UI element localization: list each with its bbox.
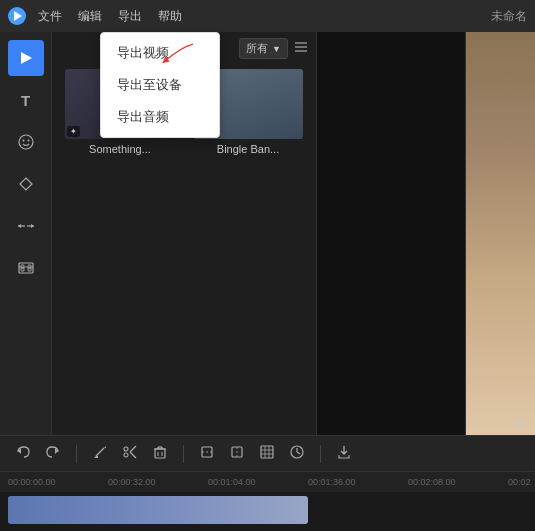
svg-line-22 bbox=[96, 448, 104, 456]
app-icon bbox=[8, 7, 26, 25]
title-bar: 文件 编辑 导出 帮助 未命名 bbox=[0, 0, 535, 32]
timeline-ruler: 00:00:00.00 00:00:32.00 00:01:04.00 00:0… bbox=[0, 472, 535, 492]
menu-help[interactable]: 帮助 bbox=[158, 8, 182, 25]
svg-marker-23 bbox=[94, 456, 98, 458]
timeline-mark-4: 00:02:08.00 bbox=[408, 477, 456, 487]
preview-area: 宽... bbox=[317, 32, 535, 435]
sidebar-icon-arrows[interactable] bbox=[8, 208, 44, 244]
svg-marker-0 bbox=[14, 11, 22, 21]
svg-rect-40 bbox=[261, 446, 273, 458]
timeline-area: 00:00:00.00 00:00:32.00 00:01:04.00 00:0… bbox=[0, 471, 535, 531]
svg-line-47 bbox=[297, 452, 300, 454]
title-bar-left: 文件 编辑 导出 帮助 bbox=[8, 7, 182, 25]
delete-button[interactable] bbox=[149, 443, 171, 464]
menu-items: 文件 编辑 导出 帮助 bbox=[38, 8, 182, 25]
app-body: T bbox=[0, 32, 535, 531]
timeline-mark-0: 00:00:00.00 bbox=[8, 477, 56, 487]
sidebar-icon-diamond[interactable] bbox=[8, 166, 44, 202]
svg-point-27 bbox=[124, 447, 128, 451]
media-label-2: Bingle Ban... bbox=[217, 143, 279, 155]
preview-label: 宽... bbox=[513, 417, 531, 431]
svg-rect-14 bbox=[28, 268, 31, 271]
undo-button[interactable] bbox=[12, 443, 34, 464]
svg-point-3 bbox=[22, 140, 24, 142]
svg-marker-24 bbox=[104, 446, 106, 448]
timeline-mark-1: 00:00:32.00 bbox=[108, 477, 156, 487]
extend-button[interactable] bbox=[226, 443, 248, 464]
svg-point-4 bbox=[27, 140, 29, 142]
cut-button[interactable] bbox=[119, 443, 141, 464]
middle-section: T bbox=[0, 32, 535, 435]
svg-point-28 bbox=[124, 453, 128, 457]
media-label-1: Something... bbox=[89, 143, 151, 155]
toolbar-separator-1 bbox=[76, 445, 77, 463]
svg-rect-13 bbox=[21, 268, 24, 271]
bottom-toolbar bbox=[0, 435, 535, 471]
app-title: 未命名 bbox=[491, 8, 527, 25]
pen-button[interactable] bbox=[89, 443, 111, 464]
svg-point-2 bbox=[19, 135, 33, 149]
sidebar-icon-play[interactable] bbox=[8, 40, 44, 76]
chevron-down-icon: ▼ bbox=[272, 44, 281, 54]
menu-file[interactable]: 文件 bbox=[38, 8, 62, 25]
toolbar-separator-3 bbox=[320, 445, 321, 463]
svg-marker-1 bbox=[21, 52, 32, 64]
toolbar-separator-2 bbox=[183, 445, 184, 463]
menu-edit[interactable]: 编辑 bbox=[78, 8, 102, 25]
left-sidebar: T bbox=[0, 32, 52, 435]
preview-image bbox=[465, 32, 535, 435]
timeline-mark-2: 00:01:04.00 bbox=[208, 477, 256, 487]
export-button[interactable] bbox=[333, 443, 355, 464]
timeline-mark-3: 00:01:36.00 bbox=[308, 477, 356, 487]
sidebar-icon-text[interactable]: T bbox=[8, 82, 44, 118]
grid-button[interactable] bbox=[256, 443, 278, 464]
timeline-clip[interactable] bbox=[8, 496, 308, 524]
sidebar-icon-face[interactable] bbox=[8, 124, 44, 160]
export-dropdown-menu: 导出视频 导出至设备 导出音频 bbox=[100, 32, 220, 138]
filter-label: 所有 bbox=[246, 41, 268, 56]
export-audio-item[interactable]: 导出音频 bbox=[101, 101, 219, 133]
crop-button[interactable] bbox=[196, 443, 218, 464]
svg-marker-9 bbox=[31, 224, 34, 228]
menu-export[interactable]: 导出 bbox=[118, 8, 142, 25]
filter-select[interactable]: 所有 ▼ bbox=[239, 38, 288, 59]
list-view-icon[interactable] bbox=[294, 40, 308, 57]
svg-rect-29 bbox=[155, 449, 165, 458]
timeline-track[interactable] bbox=[0, 492, 535, 531]
svg-marker-7 bbox=[18, 224, 21, 228]
svg-line-25 bbox=[130, 446, 136, 452]
redo-button[interactable] bbox=[42, 443, 64, 464]
export-device-item[interactable]: 导出至设备 bbox=[101, 69, 219, 101]
timeline-mark-5: 00:02 bbox=[508, 477, 531, 487]
bottom-section: 00:00:00.00 00:00:32.00 00:01:04.00 00:0… bbox=[0, 435, 535, 531]
svg-marker-5 bbox=[20, 178, 32, 190]
sidebar-icon-film[interactable] bbox=[8, 250, 44, 286]
export-video-item[interactable]: 导出视频 bbox=[101, 37, 219, 69]
svg-line-26 bbox=[130, 452, 136, 458]
clock-button[interactable] bbox=[286, 443, 308, 464]
